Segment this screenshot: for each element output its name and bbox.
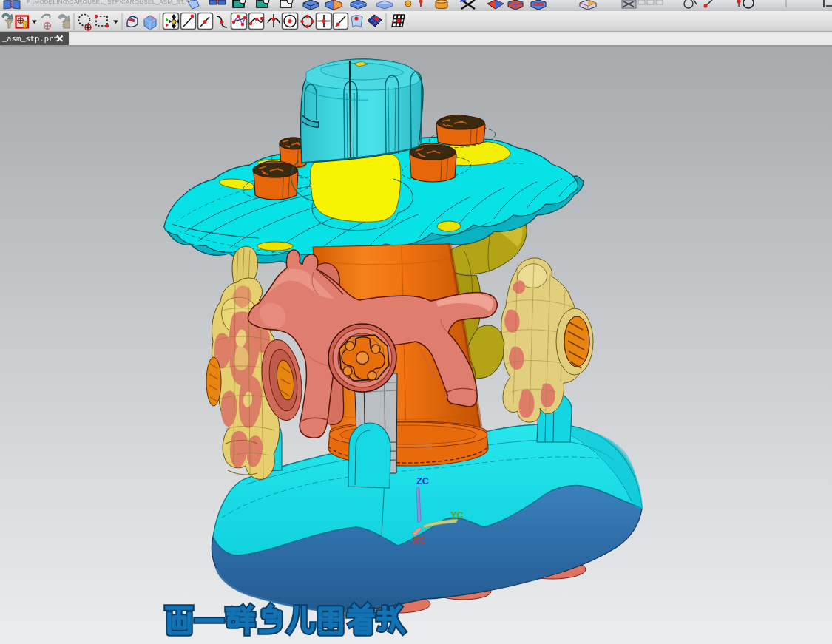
svg-text:_asm_stp.prt: _asm_stp.prt bbox=[1, 35, 58, 44]
svg-text:ZC: ZC bbox=[416, 476, 429, 487]
svg-text:YC: YC bbox=[450, 510, 463, 521]
svg-text:XC: XC bbox=[413, 535, 425, 546]
svg-text:F:\MODELING\CAROUSEL_STP\CAROU: F:\MODELING\CAROUSEL_STP\CAROUSEL_ASM_ST… bbox=[27, 0, 197, 5]
